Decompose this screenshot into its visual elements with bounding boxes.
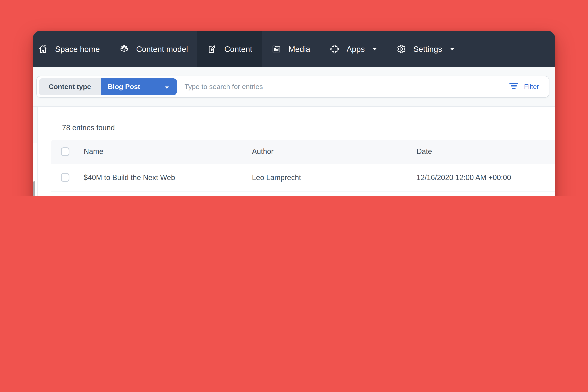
- filter-icon: [510, 82, 519, 91]
- nav-item-content[interactable]: Content: [198, 30, 262, 68]
- nav-item-label: Media: [288, 44, 310, 54]
- chevron-down-icon: [164, 83, 169, 91]
- column-header-name: Name: [84, 148, 222, 156]
- nav-item-space-home[interactable]: Space home: [33, 30, 109, 68]
- row-checkbox[interactable]: [61, 173, 70, 182]
- content-type-label: Content type: [39, 78, 101, 95]
- top-navigation: Space home Content model: [33, 30, 555, 68]
- content-type-dropdown[interactable]: Blog Post: [101, 78, 177, 95]
- select-all-checkbox[interactable]: [61, 148, 70, 156]
- column-header-author: Author: [252, 148, 366, 156]
- chevron-down-icon: [450, 48, 454, 50]
- nav-item-label: Content: [224, 44, 252, 54]
- background-page-sliver: [33, 181, 35, 196]
- media-folder-icon: [271, 44, 282, 54]
- lego-brick-icon: [118, 44, 129, 54]
- nav-item-settings[interactable]: Settings: [386, 30, 464, 68]
- content-area: 78 entries found Name Author Date $40M t…: [33, 106, 555, 196]
- nav-item-label: Content model: [136, 44, 188, 54]
- app-window: Space home Content model: [33, 30, 555, 196]
- search-input[interactable]: [177, 82, 504, 91]
- chevron-down-icon: [372, 48, 377, 50]
- desktop-background: Space home Content model: [0, 0, 588, 196]
- background-page-divider: [33, 179, 37, 179]
- nav-item-label: Space home: [55, 44, 100, 54]
- content-type-value: Blog Post: [108, 83, 140, 91]
- filter-label: Filter: [524, 83, 539, 91]
- entries-count: 78 entries found: [62, 124, 115, 132]
- page-quill-icon: [207, 44, 218, 54]
- nav-item-content-model[interactable]: Content model: [109, 30, 198, 68]
- nav-item-apps[interactable]: Apps: [320, 30, 386, 68]
- entries-table: Name Author Date $40M to Build the Next …: [51, 140, 555, 196]
- nav-item-media[interactable]: Media: [262, 30, 320, 68]
- entry-name: $40M to Build the Next Web: [84, 172, 222, 184]
- entry-list-panel: 78 entries found Name Author Date $40M t…: [38, 106, 555, 196]
- entry-author: Leo Lamprecht: [252, 172, 366, 184]
- table-row[interactable]: $40M to Build the Next Web Leo Lamprecht…: [51, 164, 555, 192]
- entry-date: 12/16/2020 12:00 AM +00:00: [416, 172, 555, 184]
- background-page-segment: [33, 106, 37, 143]
- column-header-date: Date: [416, 148, 555, 156]
- puzzle-icon: [329, 44, 340, 54]
- search-band: Content type Blog Post: [33, 68, 555, 106]
- gear-icon: [396, 44, 406, 54]
- nav-item-label: Settings: [413, 44, 442, 54]
- background-page-edge: [33, 106, 38, 196]
- filter-button[interactable]: Filter: [504, 82, 549, 91]
- nav-item-label: Apps: [347, 44, 365, 54]
- table-row[interactable]: Everything About React Server Components…: [51, 192, 555, 196]
- table-header-row: Name Author Date: [51, 140, 555, 164]
- home-icon: [38, 44, 48, 54]
- entry-search-bar: Content type Blog Post: [36, 76, 549, 98]
